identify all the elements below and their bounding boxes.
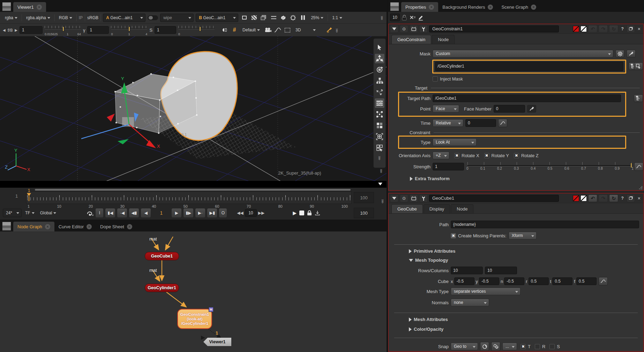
flipbook-button[interactable] [293,210,297,216]
next-keyframe-button[interactable] [195,208,205,218]
layers-menu-icon[interactable] [270,14,277,21]
close-icon[interactable]: × [127,224,132,229]
revert-button[interactable]: ↻ [609,25,618,33]
center-node-icon[interactable]: ⊙ [400,194,408,202]
node-geocylinder1[interactable]: GeoCylinder1 [145,284,179,292]
pixel-aspect-dropdown[interactable]: 1:1 [330,14,344,22]
mesh-type-dropdown[interactable]: separate vertices [451,288,521,295]
face-number-field[interactable]: 0 [494,105,525,113]
camera-icon[interactable] [264,26,272,33]
fps-dropdown[interactable]: 24* [3,209,22,217]
input-process-toggle[interactable]: IP [79,15,83,20]
node-name-field[interactable]: GeoCube1 [429,195,559,202]
primitive-attributes-row[interactable]: Primitive Attributes [389,248,643,254]
close-panel-icon[interactable]: × [636,26,642,32]
loop-mode-icon[interactable] [86,209,94,216]
eyedropper-icon[interactable] [627,50,636,58]
close-icon[interactable]: × [429,5,434,10]
constraint-type-dropdown[interactable]: Look At [433,138,477,146]
scene-tree-icon[interactable] [634,94,643,102]
layout-select-icon[interactable] [374,143,385,153]
snap-menu-dropdown[interactable]: ... [502,343,517,350]
float-panel-icon[interactable] [627,25,635,33]
translate-tool-icon[interactable] [374,53,385,64]
scale-tool-icon[interactable] [374,76,385,86]
snap-r-checkbox[interactable] [535,344,540,349]
playhead[interactable]: 1 [27,188,31,201]
animation-curve-icon[interactable] [498,119,507,127]
render-button[interactable] [299,211,304,215]
snap-t-checkbox[interactable]: ✖ [521,344,526,349]
create-missing-dropdown[interactable]: Xform [509,232,537,239]
time-value-field[interactable]: 0 [465,119,496,127]
cube-extent-field[interactable]: n-0.5 [501,277,524,285]
tab-dope-sheet[interactable]: Dope Sheet× [96,222,136,231]
target-path-field[interactable]: /GeoCube1 [433,94,621,102]
snap-dropdown[interactable]: Geo to [451,343,478,350]
close-icon[interactable]: × [531,5,536,10]
columns-field[interactable]: 10 [485,267,517,274]
marquee-icon[interactable] [284,26,291,33]
rotate-y-checkbox[interactable]: ✖ [484,153,489,158]
viewport-chevron-icon[interactable]: »» [379,169,384,172]
panel-corner-icon[interactable] [2,2,11,11]
end-frame-field[interactable]: 100 [354,208,374,218]
max-panels-input[interactable]: 10 [390,14,400,21]
timeline-chevron-icon[interactable]: »» [380,199,385,202]
input-b-dropdown[interactable]: B GeoC...ain1 [196,14,238,22]
view-mode-dropdown[interactable]: 3D [293,26,318,34]
expand-triangle-icon[interactable] [378,183,382,185]
step-back-button[interactable] [129,208,139,218]
select-tool-icon[interactable] [374,42,385,53]
snap-orientation-icon[interactable] [491,342,500,351]
sample-eyedropper-icon[interactable] [325,26,333,33]
close-icon[interactable]: × [488,5,493,10]
cube-extent-field[interactable]: r0.5 [526,277,548,285]
frame-increment[interactable]: 10 [245,209,257,217]
current-frame[interactable]: 1 [152,210,170,216]
colorspace-dropdown[interactable]: sRGB [87,15,98,20]
point-dropdown[interactable]: Face [433,105,459,113]
undo-button[interactable]: ↶ [588,194,597,202]
roi-icon[interactable] [289,14,297,21]
lut-curve-icon[interactable] [274,26,282,33]
multi-slider-icon[interactable] [374,98,385,108]
cube-extent-field[interactable]: y-0.5 [476,277,500,285]
path-field[interactable]: {nodename} [451,221,639,228]
wipe-mode-dropdown[interactable]: wipe [160,14,194,22]
node-name-field[interactable]: GeoConstrain1 [429,25,559,32]
rotate-tool-icon[interactable] [374,64,385,75]
time-mode-dropdown[interactable]: Relative [433,119,463,127]
step-forward-button[interactable] [183,208,194,218]
cube-extent-field[interactable]: x-0.5 [451,277,474,285]
viewport-3d[interactable]: Y X 0.1 Y X Z 2K_Super_35(full-ap) »» [0,36,387,181]
tab-geoconstrain[interactable]: GeoConstrain [391,35,431,44]
toolbar-chevron-icon[interactable]: »» [377,156,382,159]
gain-input[interactable]: 1 [20,26,43,34]
node-geoconstrain1[interactable]: GeoConstrain1 (look-at) /GeoCylinder1 M [177,309,212,329]
prev-keyframe-button[interactable] [117,208,127,218]
checker-background-icon[interactable] [250,14,258,21]
lock-panels-icon[interactable] [402,15,407,21]
saturation-input[interactable]: 1 [155,26,176,34]
tab-display[interactable]: Display [424,204,450,213]
play-button[interactable] [171,208,182,218]
timeline-scrollbar[interactable] [35,189,351,191]
headlamp-icon[interactable] [221,26,229,33]
animation-curve-icon[interactable] [634,162,643,171]
more-chevron-icon[interactable]: »» [335,28,340,32]
rotate-x-checkbox[interactable]: ✖ [454,153,459,158]
goto-start-button[interactable] [105,208,115,218]
create-missing-checkbox[interactable]: ✖ [451,233,456,238]
gain-range-icon[interactable] [240,14,248,21]
redo-button[interactable]: ↷ [599,25,608,33]
gamma-slider[interactable]: 014 [111,25,147,35]
resize-grip[interactable] [639,186,642,190]
tab-node-graph[interactable]: Node Graph× [13,222,54,231]
close-icon[interactable]: × [37,5,42,10]
monitor-icon[interactable] [410,25,418,33]
undo-button[interactable]: ↶ [588,25,597,33]
cube-extent-field[interactable]: t0.5 [550,277,573,285]
close-panel-icon[interactable]: × [636,196,642,201]
saturation-slider[interactable]: 0 [178,25,215,35]
